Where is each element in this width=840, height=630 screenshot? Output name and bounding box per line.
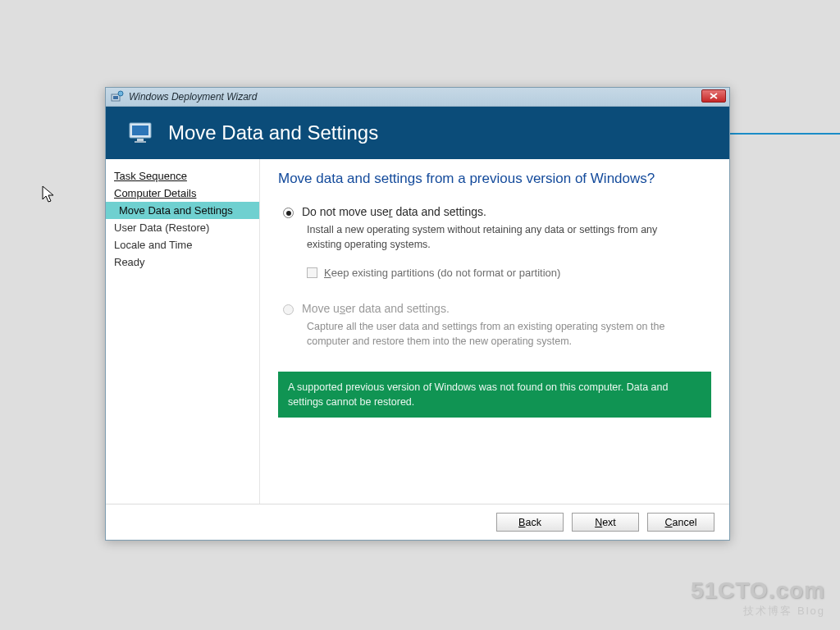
close-button[interactable] — [701, 89, 726, 103]
svg-rect-5 — [137, 139, 144, 141]
cancel-button[interactable]: Cancel — [647, 513, 714, 532]
wizard-main: Move data and settings from a previous v… — [260, 159, 729, 504]
wizard-content: Task Sequence Computer Details Move Data… — [106, 159, 729, 504]
option-move: Move user data and settings. — [283, 302, 711, 315]
status-message: A supported previous version of Windows … — [278, 372, 711, 418]
watermark-line2: 技术博客 Blog — [691, 604, 825, 619]
wizard-window: Windows Deployment Wizard Move Data and … — [105, 87, 730, 541]
page-heading: Move data and settings from a previous v… — [278, 171, 711, 187]
back-button[interactable]: Back — [496, 513, 564, 532]
app-icon — [111, 90, 124, 103]
option-do-not-move-desc: Install a new operating system without r… — [307, 223, 692, 252]
sidebar-item-move-data[interactable]: Move Data and Settings — [106, 202, 259, 219]
svg-rect-1 — [113, 96, 118, 99]
next-button[interactable]: Next — [572, 513, 639, 532]
radio-do-not-move[interactable] — [283, 208, 294, 218]
svg-point-2 — [118, 91, 123, 96]
sidebar-item-computer-details[interactable]: Computer Details — [106, 185, 259, 202]
radio-label-move: Move user data and settings. — [302, 302, 450, 315]
cursor-icon — [42, 185, 55, 203]
sidebar-item-task-sequence[interactable]: Task Sequence — [106, 167, 259, 185]
titlebar[interactable]: Windows Deployment Wizard — [106, 88, 729, 107]
page-divider — [730, 133, 840, 135]
sidebar-item-ready: Ready — [106, 253, 259, 271]
wizard-sidebar: Task Sequence Computer Details Move Data… — [106, 159, 260, 504]
checkbox-keep-partitions-label: Keep existing partitions (do not format … — [324, 267, 560, 279]
checkbox-keep-partitions-row[interactable]: Keep existing partitions (do not format … — [307, 267, 711, 279]
sidebar-item-locale-time: Locale and Time — [106, 236, 259, 253]
monitor-icon — [127, 118, 157, 148]
option-do-not-move[interactable]: Do not move user data and settings. — [283, 205, 711, 218]
watermark-line1: 51CTO.com — [691, 578, 825, 604]
sidebar-item-user-data-restore: User Data (Restore) — [106, 219, 259, 236]
radio-move — [283, 304, 294, 315]
option-move-desc: Capture all the user data and settings f… — [307, 320, 692, 349]
banner-heading: Move Data and Settings — [168, 121, 378, 144]
watermark: 51CTO.com 技术博客 Blog — [691, 578, 825, 619]
svg-rect-6 — [135, 141, 146, 143]
radio-group-move-settings: Do not move user data and settings. Inst… — [283, 205, 711, 349]
wizard-banner: Move Data and Settings — [106, 107, 729, 159]
checkbox-keep-partitions[interactable] — [307, 267, 317, 278]
svg-rect-4 — [132, 126, 148, 135]
wizard-footer: Back Next Cancel — [106, 504, 729, 540]
window-title: Windows Deployment Wizard — [129, 91, 258, 103]
radio-label-do-not-move: Do not move user data and settings. — [302, 205, 486, 218]
